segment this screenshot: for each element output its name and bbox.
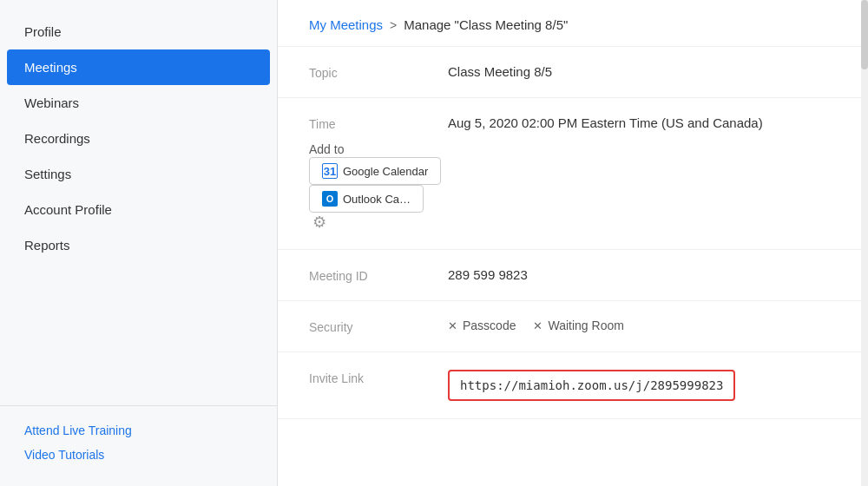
sidebar-item-meetings[interactable]: Meetings: [7, 49, 270, 85]
passcode-label: Passcode: [463, 319, 516, 332]
main-content: My Meetings > Manage "Class Meeting 8/5"…: [278, 0, 868, 486]
calendar-buttons: Add to 31 Google Calendar O Outlook Ca… …: [309, 141, 441, 232]
sidebar-item-settings[interactable]: Settings: [0, 156, 277, 192]
outlook-calendar-label: Outlook Ca…: [343, 193, 411, 206]
more-options-icon[interactable]: ⚙: [312, 213, 326, 231]
waiting-room-item: ✕ Waiting Room: [533, 319, 623, 332]
sidebar-item-reports[interactable]: Reports: [0, 227, 277, 263]
scrollbar-track[interactable]: [861, 0, 868, 486]
add-to-label: Add to: [309, 142, 344, 156]
topic-value: Class Meeting 8/5: [448, 64, 837, 79]
topic-label: Topic: [309, 64, 448, 80]
passcode-check-icon: ✕: [448, 319, 457, 332]
breadcrumb-separator: >: [390, 18, 397, 32]
sidebar: Profile Meetings Webinars Recordings Set…: [0, 0, 278, 486]
breadcrumb: My Meetings > Manage "Class Meeting 8/5": [278, 0, 868, 47]
outlook-calendar-icon: O: [322, 191, 338, 207]
security-value: ✕ Passcode ✕ Waiting Room: [448, 319, 837, 332]
waiting-room-label: Waiting Room: [548, 319, 623, 332]
google-calendar-icon: 31: [322, 163, 338, 179]
invite-link-label: Invite Link: [309, 370, 448, 385]
google-calendar-label: Google Calendar: [343, 165, 428, 178]
meeting-id-value: 289 599 9823: [448, 267, 837, 282]
meeting-id-row: Meeting ID 289 599 9823: [278, 250, 868, 301]
invite-link-row: Invite Link https://miamioh.zoom.us/j/28…: [278, 352, 868, 419]
security-label: Security: [309, 319, 448, 334]
outlook-calendar-button[interactable]: O Outlook Ca…: [309, 185, 424, 213]
sidebar-item-account-profile[interactable]: Account Profile: [0, 192, 277, 227]
detail-table: Topic Class Meeting 8/5 Time Aug 5, 2020…: [278, 47, 868, 419]
meeting-id-label: Meeting ID: [309, 267, 448, 283]
time-value: Aug 5, 2020 02:00 PM Eastern Time (US an…: [448, 115, 837, 130]
passcode-item: ✕ Passcode: [448, 319, 516, 332]
breadcrumb-my-meetings[interactable]: My Meetings: [309, 17, 383, 32]
invite-link-value-container: https://miamioh.zoom.us/j/2895999823: [448, 370, 837, 401]
topic-row: Topic Class Meeting 8/5: [278, 47, 868, 98]
breadcrumb-current-page: Manage "Class Meeting 8/5": [404, 17, 568, 32]
time-label: Time: [309, 115, 448, 131]
waiting-room-check-icon: ✕: [533, 319, 542, 332]
sidebar-nav: Profile Meetings Webinars Recordings Set…: [0, 0, 277, 405]
sidebar-item-recordings[interactable]: Recordings: [0, 121, 277, 156]
security-row: Security ✕ Passcode ✕ Waiting Room: [278, 301, 868, 352]
video-tutorials-link[interactable]: Video Tutorials: [24, 448, 253, 462]
time-row: Time Aug 5, 2020 02:00 PM Eastern Time (…: [278, 98, 868, 250]
sidebar-item-profile[interactable]: Profile: [0, 14, 277, 49]
sidebar-item-webinars[interactable]: Webinars: [0, 85, 277, 121]
attend-live-training-link[interactable]: Attend Live Training: [24, 424, 253, 437]
scrollbar-thumb[interactable]: [861, 0, 868, 69]
sidebar-footer: Attend Live Training Video Tutorials: [0, 405, 277, 486]
google-calendar-button[interactable]: 31 Google Calendar: [309, 157, 441, 185]
invite-link-url[interactable]: https://miamioh.zoom.us/j/2895999823: [448, 370, 735, 401]
